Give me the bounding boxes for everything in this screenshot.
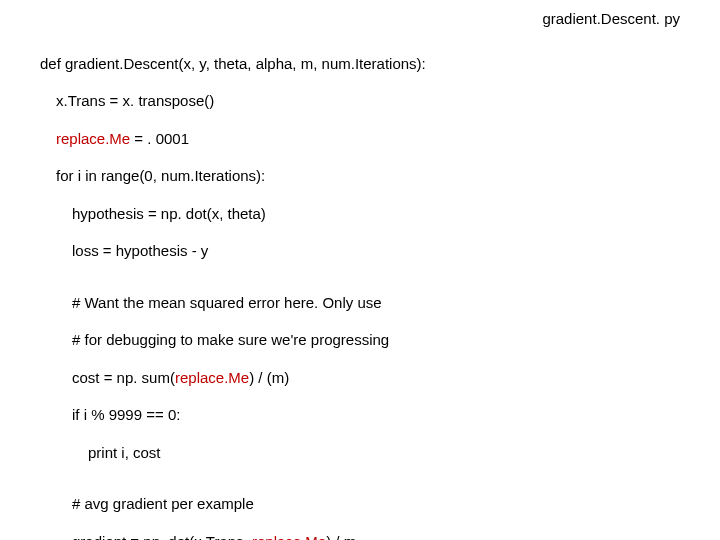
code-line: print i, cost xyxy=(88,444,426,463)
code-comment: # Want the mean squared error here. Only… xyxy=(72,294,426,313)
code-block: def gradient.Descent(x, y, theta, alpha,… xyxy=(40,36,426,540)
code-comment: # avg gradient per example xyxy=(72,495,426,514)
code-text: ) / m xyxy=(326,533,356,540)
file-title: gradient.Descent. py xyxy=(542,10,680,29)
replace-token: replace.Me xyxy=(56,130,130,147)
code-line: x.Trans = x. transpose() xyxy=(56,92,426,111)
code-line: def gradient.Descent(x, y, theta, alpha,… xyxy=(40,55,426,74)
code-text: cost = np. sum( xyxy=(72,369,175,386)
replace-token: replace.Me xyxy=(252,533,326,540)
code-line: replace.Me = . 0001 xyxy=(56,130,426,149)
code-line: hypothesis = np. dot(x, theta) xyxy=(72,205,426,224)
code-line: cost = np. sum(replace.Me) / (m) xyxy=(72,369,426,388)
code-line: gradient = np. dot(x.Trans, replace.Me) … xyxy=(72,533,426,540)
replace-token: replace.Me xyxy=(175,369,249,386)
code-text: ) / (m) xyxy=(249,369,289,386)
code-text: = . 0001 xyxy=(130,130,189,147)
code-line: for i in range(0, num.Iterations): xyxy=(56,167,426,186)
code-line: loss = hypothesis - y xyxy=(72,242,426,261)
code-comment: # for debugging to make sure we're progr… xyxy=(72,331,426,350)
code-line: if i % 9999 == 0: xyxy=(72,406,426,425)
code-text: gradient = np. dot(x.Trans, xyxy=(72,533,252,540)
